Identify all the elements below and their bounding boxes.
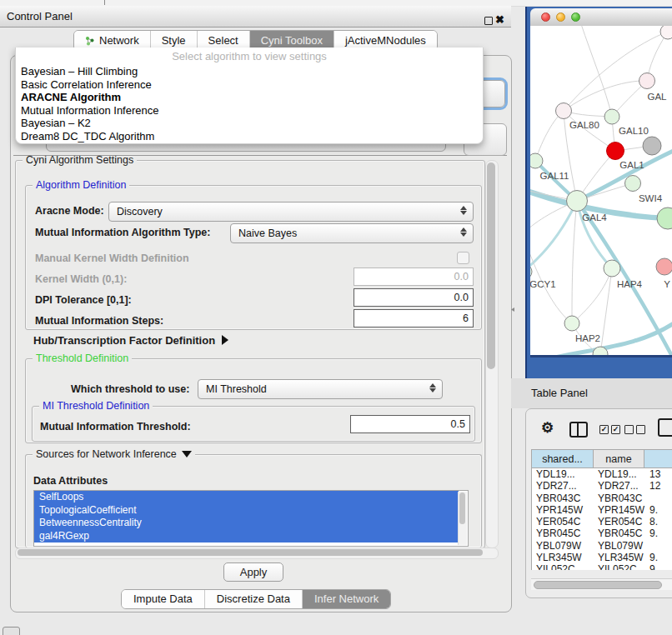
table-horizontal-scrollbar[interactable] [531,578,672,590]
mi-steps-field[interactable]: 6 [354,309,474,328]
select-all-columns-icon[interactable]: ✓✓ [599,425,620,434]
table-row[interactable]: YBR045CYBR045C9. [532,528,672,539]
table-row[interactable]: YIL052CYIL052C9. [532,563,672,570]
table-row[interactable]: YBR043CYBR043C [532,492,672,504]
table-cell [645,492,672,504]
canvas-bottom-shadow [530,355,672,358]
table-row[interactable]: YER054CYER054C8. [532,516,672,528]
network-node[interactable] [657,208,672,229]
node-label: GAL [647,92,667,102]
settings-horizontal-scrollbar[interactable] [15,548,499,559]
table-cell: YBR045C [594,528,645,539]
mi-steps-label: Mutual Information Steps: [35,315,163,327]
table-panel-window: ⚙ ✓✓ shared...name YDL19...YDL19...13YDR… [525,408,672,598]
close-panel-icon[interactable]: ✖ [495,9,504,30]
aracne-mode-label: Aracne Mode: [35,205,104,217]
network-node-hap4[interactable] [604,260,620,277]
table-cell: YBL079W [594,540,645,552]
mi-type-combo[interactable]: Naive Bayes [230,223,474,243]
table-cell: YDL19... [594,468,645,480]
sources-title[interactable]: Sources for Network Inference [33,448,195,460]
tab-infer-network[interactable]: Infer Network [302,590,390,608]
table-cell: YER054C [532,516,594,528]
algorithm-definition-title: Algorithm Definition [33,179,129,191]
hub-definition-label: Hub/Transcription Factor Definition [33,334,215,347]
zoom-window-button[interactable] [571,12,580,22]
network-node[interactable] [643,137,661,155]
network-node-gal10[interactable] [604,109,619,124]
tab-impute-data[interactable]: Impute Data [122,590,204,608]
attribute-item[interactable]: BetweennessCentrality [34,517,459,530]
float-panel-icon[interactable] [484,17,493,25]
threshold-definition-title: Threshold Definition [33,352,132,364]
node-label: HAP2 [575,333,600,343]
kernel-width-field[interactable]: 0.0 [354,268,474,286]
network-node[interactable] [660,26,672,39]
attributes-list-scrollbar[interactable] [458,492,467,545]
manual-kernel-checkbox[interactable] [457,252,469,264]
deselect-all-columns-icon[interactable] [624,425,645,434]
network-canvas[interactable]: GALGAL80GAL10GAL1GAL11SWI4GAL4GCY1HAP4YH… [530,26,672,355]
table-row[interactable]: YLR345WYLR345W9. [532,552,672,563]
close-window-button[interactable] [541,12,550,22]
algorithm-option[interactable]: Dream8 DC_TDC Algorithm [19,130,479,143]
table-cell: 12 [645,480,672,492]
network-node-y[interactable] [656,258,672,275]
tab-discretize-data[interactable]: Discretize Data [204,590,302,608]
which-threshold-combo[interactable]: MI Threshold [198,379,443,399]
scrollbar-thumb[interactable] [487,162,495,369]
mi-threshold-definition-title: MI Threshold Definition [39,400,153,412]
combo-stepper-icon [460,205,468,216]
node-label: GAL11 [540,171,569,181]
network-node-gal[interactable] [639,73,655,89]
scrollbar-thumb[interactable] [459,492,465,524]
table-cell: YER054C [594,516,645,528]
column-header[interactable]: shared... [531,449,594,468]
new-table-icon[interactable] [658,418,672,437]
network-node-gal4[interactable] [567,191,588,212]
algorithm-option[interactable]: Bayesian – Hill Climbing [19,65,479,78]
column-header[interactable] [644,449,672,468]
attribute-item[interactable]: SelfLoops [34,491,459,504]
dpi-tolerance-field[interactable]: 0.0 [354,288,474,307]
network-node-hap2[interactable] [564,316,579,331]
data-attributes-list[interactable]: SelfLoopsTopologicalCoefficientBetweenne… [33,490,469,547]
algorithm-option[interactable]: Basic Correlation Inference [19,78,479,92]
algorithm-option[interactable]: ARACNE Algorithm [19,91,479,104]
collapsed-panel-icon[interactable] [3,627,20,635]
scrollbar-thumb[interactable] [18,549,483,556]
table-cell: YBL079W [532,540,594,552]
table-row[interactable]: YDL19...YDL19...13 [532,468,672,480]
table-cell: YPR145W [594,504,645,516]
attribute-item[interactable]: gal4RGexp [34,530,459,543]
table-cell [645,540,672,552]
algorithm-option[interactable]: Bayesian – K2 [19,117,479,130]
minimize-window-button[interactable] [556,12,565,22]
collapsed-arrow-icon [222,335,228,345]
column-view-icon[interactable] [569,422,588,438]
table-cell: 9. [645,504,672,516]
table-row[interactable]: YPR145WYPR145W9. [532,504,672,516]
algorithm-dropdown-list: Bayesian – Hill ClimbingBasic Correlatio… [19,65,479,142]
table-row[interactable]: YDR27...YDR27...12 [532,480,672,492]
table-row[interactable]: YBL079WYBL079W [532,540,672,552]
table-cell: YDL19... [532,468,594,480]
mi-threshold-field[interactable]: 0.5 [350,415,470,433]
node-label: SWI4 [639,193,663,203]
top-strip-tick [104,0,105,5]
algorithm-option[interactable]: Mutual Information Inference [19,104,479,118]
network-node-gal1[interactable] [607,142,624,160]
node-label: GAL4 [582,212,607,222]
column-header[interactable]: name [594,449,644,468]
hub-definition-toggle[interactable]: Hub/Transcription Factor Definition [33,334,228,347]
network-node-swi4[interactable] [625,176,641,192]
network-window-titlebar[interactable] [530,8,672,27]
scrollbar-thumb[interactable] [534,581,662,589]
settings-vertical-scrollbar[interactable] [485,160,499,548]
network-node-gal11[interactable] [530,153,543,168]
attribute-item[interactable]: TopologicalCoefficient [34,504,459,518]
network-node-gal80[interactable] [556,103,572,119]
gear-icon[interactable]: ⚙ [541,419,554,437]
aracne-mode-combo[interactable]: Discovery [108,202,474,222]
apply-button[interactable]: Apply [223,562,283,582]
